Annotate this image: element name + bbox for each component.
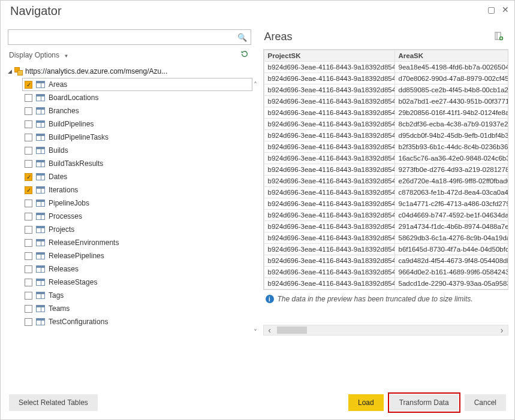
tree-item-projects[interactable]: Projects [22, 223, 252, 236]
left-pane: 🔍 Display Options ▼ ˄ ◢ https://analytic… [7, 27, 260, 385]
tree-item-buildpipelines[interactable]: BuildPipelines [22, 117, 252, 131]
tree-item-branches[interactable]: Branches [22, 104, 252, 117]
tree-item-iterations[interactable]: ✓Iterations [22, 183, 252, 197]
table-cell: 9664d0e2-b161-4689-99f6-0584243e0c9d [394, 267, 508, 278]
table-cell: 291a4734-f1dc-4b6b-8974-0488a7efd7ae [394, 221, 508, 232]
tree-item-teams[interactable]: Teams [22, 302, 252, 315]
add-column-icon[interactable] [494, 31, 504, 43]
table-row[interactable]: b924d696-3eae-4116-8443-9a18392d8544dd85… [264, 84, 508, 96]
scroll-right-icon[interactable]: › [496, 325, 508, 335]
table-row[interactable]: b924d696-3eae-4116-8443-9a18392d85448cb2… [264, 119, 508, 130]
column-header[interactable]: AreaSK [394, 50, 508, 62]
load-button[interactable]: Load [348, 394, 384, 411]
content-area: 🔍 Display Options ▼ ˄ ◢ https://analytic… [1, 27, 514, 385]
table-icon [36, 292, 45, 299]
checkbox[interactable] [25, 134, 32, 141]
table-row[interactable]: b924d696-3eae-4116-8443-9a18392d85445adc… [264, 278, 508, 289]
collapse-icon[interactable]: ◢ [8, 68, 12, 74]
table-row[interactable]: b924d696-3eae-4116-8443-9a18392d85449273… [264, 164, 508, 176]
transform-data-button[interactable]: Transform Data [390, 394, 459, 411]
table-row[interactable]: b924d696-3eae-4116-8443-9a18392d8544d70e… [264, 73, 508, 84]
table-cell: b924d696-3eae-4116-8443-9a18392d8544 [264, 164, 394, 176]
tree-item-buildtaskresults[interactable]: BuildTaskResults [22, 157, 252, 170]
table-cell: dd859085-ce2b-4f45-b4b8-00cb1a2ec975 [394, 84, 508, 96]
root-label: https://analytics.dev.azure.com/mseng/Az… [25, 67, 251, 75]
table-row[interactable]: b924d696-3eae-4116-8443-9a18392d8544b6f1… [264, 244, 508, 255]
tree-item-pipelinejobs[interactable]: PipelineJobs [22, 197, 252, 210]
scroll-left-icon[interactable]: ‹ [264, 325, 276, 335]
tree-item-releasepipelines[interactable]: ReleasePipelines [22, 249, 252, 262]
tree-scroll-up[interactable]: ˄ [254, 81, 257, 89]
tree-item-label: BuildPipelines [49, 120, 250, 128]
checkbox[interactable] [25, 94, 32, 102]
table-cell: b924d696-3eae-4116-8443-9a18392d8544 [264, 84, 394, 96]
tree-item-releasestages[interactable]: ReleaseStages [22, 276, 252, 289]
tree-item-label: BoardLocations [49, 93, 250, 102]
maximize-icon[interactable]: ▢ [487, 5, 495, 14]
table-row[interactable]: b924d696-3eae-4116-8443-9a18392d8544c04d… [264, 210, 508, 221]
checkbox[interactable]: ✓ [25, 173, 32, 181]
table-cell: b924d696-3eae-4116-8443-9a18392d8544 [264, 176, 394, 187]
table-row[interactable]: b924d696-3eae-4116-8443-9a18392d8544ca9d… [264, 255, 508, 267]
table-row[interactable]: b924d696-3eae-4116-8443-9a18392d8544b02a… [264, 96, 508, 107]
checkbox[interactable] [25, 239, 32, 247]
checkbox[interactable]: ✓ [25, 186, 32, 194]
close-icon[interactable]: ✕ [501, 5, 510, 14]
tree-item-dates[interactable]: ✓Dates [22, 170, 252, 183]
table-row[interactable]: b924d696-3eae-4116-8443-9a18392d854429b2… [264, 107, 508, 119]
search-box[interactable]: 🔍 [8, 29, 251, 45]
display-options-dropdown[interactable]: Display Options ▼ [9, 51, 68, 59]
tree-item-areas[interactable]: ✓Areas [22, 78, 252, 91]
table-row[interactable]: b924d696-3eae-4116-8443-9a18392d85449ea1… [264, 62, 508, 73]
checkbox[interactable] [25, 318, 32, 326]
tree-item-tags[interactable]: Tags [22, 289, 252, 302]
preview-table: ProjectSKAreaSKAreaId b924d696-3eae-4116… [264, 50, 509, 289]
checkbox[interactable] [25, 147, 32, 155]
right-pane: Areas ProjectSKAreaSKAreaId b924d696-3ea… [260, 27, 509, 385]
refresh-icon[interactable] [240, 50, 249, 60]
tree-item-buildpipelinetasks[interactable]: BuildPipelineTasks [22, 131, 252, 144]
tree-scroll-down[interactable]: ˅ [254, 328, 257, 337]
select-related-tables-button[interactable]: Select Related Tables [9, 394, 98, 411]
checkbox[interactable] [25, 292, 32, 300]
data-grid[interactable]: ProjectSKAreaSKAreaId b924d696-3eae-4116… [263, 49, 509, 290]
table-row[interactable]: b924d696-3eae-4116-8443-9a18392d8544c878… [264, 187, 508, 198]
table-row[interactable]: b924d696-3eae-4116-8443-9a18392d8544291a… [264, 221, 508, 232]
checkbox[interactable] [25, 265, 32, 273]
checkbox[interactable] [25, 120, 32, 128]
table-row[interactable]: b924d696-3eae-4116-8443-9a18392d8544d95d… [264, 130, 508, 141]
tree-root[interactable]: ◢ https://analytics.dev.azure.com/mseng/… [7, 65, 252, 78]
checkbox[interactable]: ✓ [25, 81, 32, 89]
tree-item-boardlocations[interactable]: BoardLocations [22, 91, 252, 104]
checkbox[interactable] [25, 305, 32, 313]
tree-item-label: Dates [49, 173, 250, 181]
cancel-button[interactable]: Cancel [465, 394, 506, 411]
scroll-thumb[interactable] [277, 327, 307, 334]
checkbox[interactable] [25, 279, 32, 286]
search-input[interactable] [11, 33, 236, 41]
tree-item-releases[interactable]: Releases [22, 262, 252, 276]
table-row[interactable]: b924d696-3eae-4116-8443-9a18392d85445862… [264, 232, 508, 244]
tree-item-testconfigurations[interactable]: TestConfigurations [22, 315, 252, 328]
checkbox[interactable] [25, 226, 32, 234]
tree-item-processes[interactable]: Processes [22, 210, 252, 223]
tree-item-label: BuildTaskResults [49, 159, 250, 168]
search-icon[interactable]: 🔍 [236, 33, 248, 42]
table-icon [36, 200, 45, 207]
checkbox[interactable] [25, 107, 32, 115]
horizontal-scrollbar[interactable]: ‹ › [263, 325, 509, 336]
table-row[interactable]: b924d696-3eae-4116-8443-9a18392d8544b2f3… [264, 141, 508, 153]
tree-item-builds[interactable]: Builds [22, 144, 252, 157]
table-row[interactable]: b924d696-3eae-4116-8443-9a18392d85449664… [264, 267, 508, 278]
table-cell: 29b20856-016f-41f1-94b2-0124fe8a01d9 [394, 107, 508, 119]
table-row[interactable]: b924d696-3eae-4116-8443-9a18392d8544e26d… [264, 176, 508, 187]
tree-item-releaseenvironments[interactable]: ReleaseEnvironments [22, 236, 252, 249]
table-row[interactable]: b924d696-3eae-4116-8443-9a18392d85449c1a… [264, 198, 508, 210]
checkbox[interactable] [25, 252, 32, 260]
column-header[interactable]: ProjectSK [264, 50, 394, 62]
table-row[interactable]: b924d696-3eae-4116-8443-9a18392d854416ac… [264, 153, 508, 164]
checkbox[interactable] [25, 213, 32, 220]
checkbox[interactable] [25, 160, 32, 168]
table-cell: e26d720e-4a18-49f6-9ff8-02ff0fbad0f6 [394, 176, 508, 187]
checkbox[interactable] [25, 200, 32, 207]
